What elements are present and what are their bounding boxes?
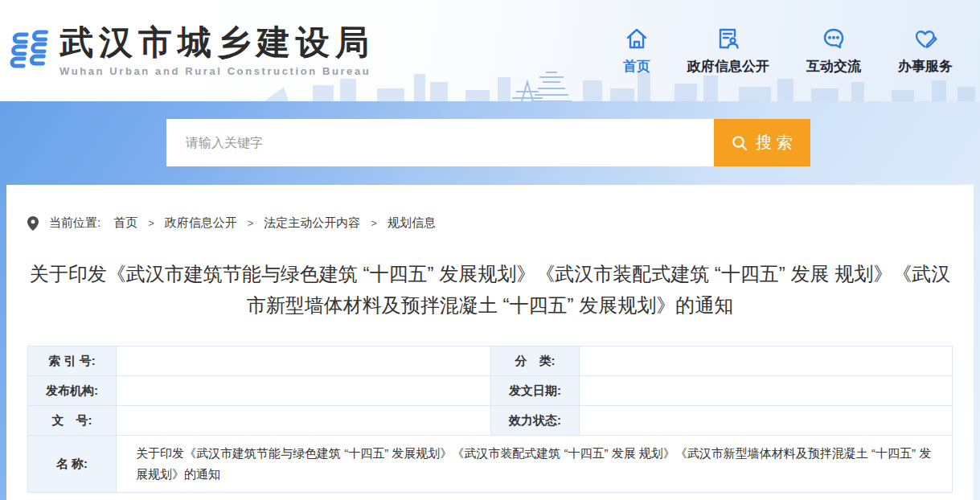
breadcrumb-item-planning-info[interactable]: 规划信息 [387, 215, 436, 231]
table-row: 名 称: 关于印发《武汉市建筑节能与绿色建筑 “十四五” 发展规划》《武汉市装配… [28, 436, 953, 493]
chat-bubble-icon [821, 26, 847, 51]
bureau-logo-icon [6, 28, 51, 73]
breadcrumb-item-home[interactable]: 首页 [113, 215, 137, 231]
breadcrumb-item-gov-info[interactable]: 政府信息公开 [165, 215, 237, 231]
breadcrumb: 当前位置: 首页 > 政府信息公开 > 法定主动公开内容 > 规划信息 [27, 215, 974, 231]
nav-item-interaction[interactable]: 互动交流 [806, 26, 861, 76]
nav-item-gov-info[interactable]: 政府信息公开 [687, 26, 769, 76]
search-box: 搜 索 [166, 119, 810, 166]
index-number-label: 索 引 号: [28, 346, 117, 376]
site-name-english: Wuhan Urban and Rural Construction Burea… [59, 65, 375, 77]
document-name-label: 名 称: [28, 436, 117, 493]
breadcrumb-item-statutory-disclosure[interactable]: 法定主动公开内容 [264, 215, 360, 231]
search-input[interactable] [166, 119, 714, 166]
table-row: 发布机构: 发文日期: [28, 376, 953, 406]
breadcrumb-separator: > [248, 217, 254, 229]
issuing-agency-value [117, 376, 491, 406]
search-icon [732, 135, 748, 151]
lower-section: 搜 索 当前位置: 首页 > 政府信息公开 > 法定主动公开内容 > 规划信息 … [0, 101, 980, 500]
nav-label-services: 办事服务 [898, 57, 953, 76]
gov-info-icon [716, 26, 741, 51]
top-nav: 首页 政府信息公开 互动交流 [623, 26, 953, 76]
nav-item-services[interactable]: 办事服务 [898, 26, 953, 76]
document-name-value: 关于印发《武汉市建筑节能与绿色建筑 “十四五” 发展规划》《武汉市装配式建筑 “… [117, 436, 953, 493]
site-title-block: 武汉市城乡建设局 Wuhan Urban and Rural Construct… [59, 24, 375, 76]
issue-date-label: 发文日期: [491, 376, 580, 406]
site-header: 武汉市城乡建设局 Wuhan Urban and Rural Construct… [0, 0, 980, 101]
table-row: 文 号: 效力状态: [28, 406, 953, 436]
home-icon [624, 26, 650, 51]
content-panel: 当前位置: 首页 > 政府信息公开 > 法定主动公开内容 > 规划信息 关于印发… [6, 185, 974, 500]
validity-status-label: 效力状态: [491, 406, 580, 436]
validity-status-value [580, 406, 953, 436]
issuing-agency-label: 发布机构: [28, 376, 117, 406]
category-label: 分 类: [491, 346, 580, 376]
table-row: 索 引 号: 分 类: [28, 346, 953, 376]
page: 武汉市城乡建设局 Wuhan Urban and Rural Construct… [0, 0, 980, 500]
site-name: 武汉市城乡建设局 [59, 24, 375, 61]
heart-service-icon [912, 26, 938, 51]
nav-item-home[interactable]: 首页 [623, 26, 650, 76]
breadcrumb-prefix: 当前位置: [49, 215, 100, 231]
search-button[interactable]: 搜 索 [714, 119, 810, 166]
nav-label-interaction: 互动交流 [806, 57, 861, 76]
document-number-value [117, 406, 491, 436]
issue-date-value [580, 376, 953, 406]
search-button-label: 搜 索 [756, 132, 793, 154]
nav-label-gov-info: 政府信息公开 [687, 57, 769, 76]
search-band: 搜 索 [0, 101, 980, 185]
document-meta-table: 索 引 号: 分 类: 发布机构: 发文日期: 文 号: 效力状态: [27, 346, 953, 493]
site-logo[interactable]: 武汉市城乡建设局 Wuhan Urban and Rural Construct… [6, 24, 375, 76]
index-number-value [117, 346, 491, 376]
breadcrumb-separator: > [148, 217, 154, 229]
nav-label-home: 首页 [623, 57, 650, 76]
breadcrumb-separator: > [371, 217, 377, 229]
location-pin-icon [27, 216, 39, 231]
article-title: 关于印发《武汉市建筑节能与绿色建筑 “十四五” 发展规划》《武汉市装配式建筑 “… [23, 258, 957, 321]
document-number-label: 文 号: [28, 406, 117, 436]
category-value [580, 346, 953, 376]
